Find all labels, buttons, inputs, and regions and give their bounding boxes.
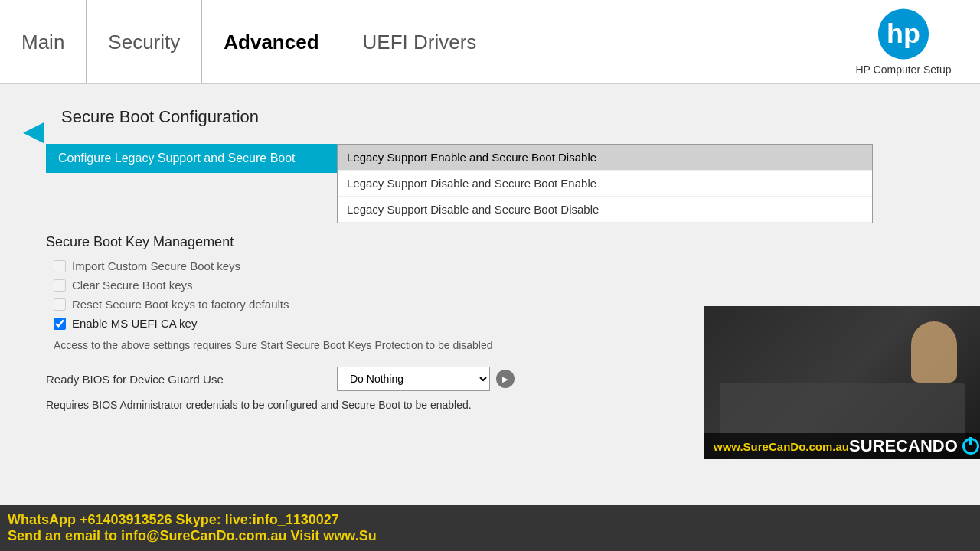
dropdown-options: Legacy Support Enable and Secure Boot Di…	[337, 144, 873, 223]
bottom-overlay: WhatsApp +61403913526 Skype: live:info_1…	[0, 505, 980, 551]
clear-label: Clear Secure Boot keys	[72, 279, 193, 292]
ready-bios-select[interactable]: Do Nothing Configure	[337, 367, 490, 391]
ready-bios-select-container: Do Nothing Configure ►	[337, 367, 514, 391]
nav-tabs: Main Security Advanced UEFI Drivers	[0, 0, 827, 83]
import-checkbox[interactable]	[54, 260, 66, 272]
bottom-line1: WhatsApp +61403913526 Skype: live:info_1…	[8, 512, 339, 527]
hp-logo-area: hp HP Computer Setup	[827, 0, 980, 83]
legacy-boot-dropdown-container[interactable]: Legacy Support Enable and Secure Boot Di…	[337, 144, 873, 173]
section-title: Secure Boot Configuration	[61, 107, 873, 127]
reset-checkbox[interactable]	[54, 298, 66, 311]
reset-label: Reset Secure Boot keys to factory defaul…	[72, 298, 289, 311]
surecando-power-icon	[962, 438, 979, 455]
clear-checkbox[interactable]	[54, 279, 66, 292]
enable-ms-checkbox[interactable]	[54, 318, 66, 330]
checkbox-row-clear: Clear Secure Boot keys	[54, 279, 873, 292]
back-arrow-icon[interactable]: ◀	[23, 115, 44, 147]
ready-bios-label: Ready BIOS for Device Guard Use	[46, 373, 337, 386]
surecando-url: www.SureCanDo.com.au	[714, 440, 849, 453]
hp-subtitle: HP Computer Setup	[855, 64, 951, 76]
tab-main[interactable]: Main	[0, 0, 87, 83]
surecando-badge: www.SureCanDo.com.au SURECANDO	[704, 433, 980, 459]
surecando-logo: SURECANDO	[849, 436, 979, 456]
hp-logo-icon: hp	[877, 8, 930, 60]
dropdown-option-1[interactable]: Legacy Support Enable and Secure Boot Di…	[338, 145, 872, 171]
import-label: Import Custom Secure Boot keys	[72, 259, 240, 272]
sbkm-title: Secure Boot Key Management	[46, 234, 873, 250]
bottom-line2: Send an email to info@SureCanDo.com.au V…	[8, 528, 377, 543]
checkbox-row-import: Import Custom Secure Boot keys	[54, 259, 873, 272]
info-icon[interactable]: ►	[496, 370, 514, 388]
tab-security[interactable]: Security	[87, 0, 202, 83]
video-hand	[911, 321, 957, 383]
bottom-text: WhatsApp +61403913526 Skype: live:info_1…	[0, 512, 980, 544]
enable-ms-label: Enable MS UEFI CA key	[72, 317, 197, 330]
configure-legacy-label: Configure Legacy Support and Secure Boot	[46, 144, 337, 173]
tab-advanced[interactable]: Advanced	[202, 0, 341, 83]
surecando-brand: SURECANDO	[849, 436, 958, 456]
svg-text:hp: hp	[887, 18, 920, 49]
header: Main Security Advanced UEFI Drivers hp H…	[0, 0, 980, 84]
dropdown-option-3[interactable]: Legacy Support Disable and Secure Boot D…	[338, 197, 872, 223]
dropdown-option-2[interactable]: Legacy Support Disable and Secure Boot E…	[338, 171, 872, 197]
configure-legacy-row: Configure Legacy Support and Secure Boot…	[46, 144, 873, 173]
tab-uefi[interactable]: UEFI Drivers	[341, 0, 499, 83]
